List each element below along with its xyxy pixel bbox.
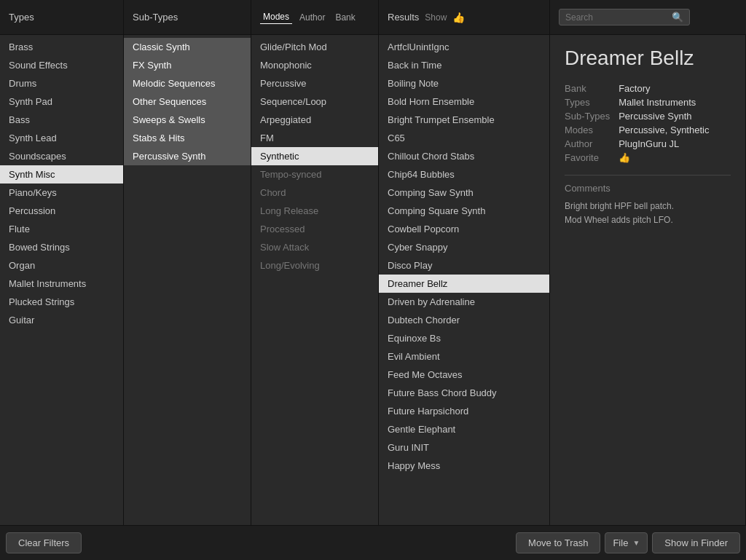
- results-list-item[interactable]: Evil Ambient: [379, 347, 549, 366]
- results-list-item[interactable]: Comping Square Synth: [379, 202, 549, 220]
- show-thumbs-icon[interactable]: 👍: [452, 12, 465, 23]
- chevron-down-icon: ▼: [632, 539, 640, 547]
- show-in-finder-button[interactable]: Show in Finder: [652, 532, 740, 553]
- results-list-item[interactable]: Boiling Note: [379, 74, 549, 92]
- detail-header: 🔍: [550, 0, 746, 34]
- modes-list-item[interactable]: Arpeggiated: [251, 111, 378, 129]
- types-list-item[interactable]: Synth Lead: [0, 129, 123, 147]
- subtypes-list-item[interactable]: Percussive Synth: [124, 147, 251, 165]
- modes-list-item[interactable]: FM: [251, 129, 378, 147]
- results-list-item[interactable]: ArtfclUnintIgnc: [379, 38, 549, 56]
- subtypes-list-item[interactable]: Melodic Sequences: [124, 74, 251, 92]
- prop-key: Sub-Types: [565, 111, 610, 122]
- prop-value: Factory: [619, 83, 731, 94]
- move-to-trash-button[interactable]: Move to Trash: [516, 532, 600, 553]
- types-list-item[interactable]: Sound Effects: [0, 56, 123, 74]
- clear-filters-button[interactable]: Clear Filters: [6, 532, 82, 553]
- modes-list-item[interactable]: Synthetic: [251, 147, 378, 165]
- results-list-item[interactable]: Cowbell Popcorn: [379, 220, 549, 238]
- results-list-item[interactable]: Dreamer Bellz: [379, 275, 549, 293]
- results-list-item[interactable]: Bold Horn Ensemble: [379, 92, 549, 111]
- types-list-item[interactable]: Bass: [0, 111, 123, 129]
- results-list-item[interactable]: Gentle Elephant: [379, 420, 549, 438]
- types-list-item[interactable]: Synth Misc: [0, 165, 123, 184]
- prop-key: Author: [565, 138, 610, 149]
- modes-list-item[interactable]: Long Release: [251, 202, 378, 220]
- modes-list-item[interactable]: Monophonic: [251, 56, 378, 74]
- types-list-item[interactable]: Flute: [0, 220, 123, 238]
- prop-value[interactable]: 👍: [619, 152, 731, 163]
- divider: [565, 175, 731, 176]
- comment-text: Bright bright HPF bell patch.Mod Wheel a…: [565, 200, 731, 227]
- tab-modes[interactable]: Modes: [260, 10, 292, 24]
- modes-list-item[interactable]: Glide/Pitch Mod: [251, 38, 378, 56]
- subtypes-list-item[interactable]: FX Synth: [124, 56, 251, 74]
- modes-list-item[interactable]: Tempo-synced: [251, 165, 378, 184]
- results-column: ArtfclUnintIgncBack in TimeBoiling NoteB…: [379, 35, 550, 525]
- results-list-item[interactable]: Comping Saw Synth: [379, 184, 549, 202]
- results-list-item[interactable]: Dubtech Chorder: [379, 311, 549, 329]
- main-content: BrassSound EffectsDrumsSynth PadBassSynt…: [0, 35, 746, 525]
- types-list-item[interactable]: Piano/Keys: [0, 184, 123, 202]
- footer: Clear Filters Move to Trash File ▼ Show …: [0, 525, 746, 560]
- types-list-item[interactable]: Soundscapes: [0, 147, 123, 165]
- results-list-item[interactable]: Disco Play: [379, 256, 549, 275]
- results-list-item[interactable]: Chillout Chord Stabs: [379, 147, 549, 165]
- results-list-item[interactable]: Future Harpsichord: [379, 402, 549, 420]
- types-list-item[interactable]: Organ: [0, 256, 123, 275]
- results-list-item[interactable]: Future Bass Chord Buddy: [379, 384, 549, 402]
- tab-author[interactable]: Author: [297, 11, 328, 24]
- modes-list-item[interactable]: Chord: [251, 184, 378, 202]
- results-list-item[interactable]: Bright Trumpet Ensemble: [379, 111, 549, 129]
- prop-value: Mallet Instruments: [619, 97, 731, 108]
- subtypes-list-item[interactable]: Classic Synth: [124, 38, 251, 56]
- modes-list-item[interactable]: Sequence/Loop: [251, 92, 378, 111]
- subtypes-list-item[interactable]: Sweeps & Swells: [124, 111, 251, 129]
- subtypes-list: Classic SynthFX SynthMelodic SequencesOt…: [124, 35, 251, 525]
- detail-props: BankFactoryTypesMallet InstrumentsSub-Ty…: [565, 83, 731, 163]
- modes-list-item[interactable]: Long/Evolving: [251, 256, 378, 275]
- prop-value: PlugInGuru JL: [619, 138, 731, 149]
- modes-column: Glide/Pitch ModMonophonicPercussiveSeque…: [251, 35, 379, 525]
- subtypes-list-item[interactable]: Other Sequences: [124, 92, 251, 111]
- results-list: ArtfclUnintIgncBack in TimeBoiling NoteB…: [379, 35, 549, 525]
- types-list-item[interactable]: Percussion: [0, 202, 123, 220]
- results-list-item[interactable]: Driven by Adrenaline: [379, 293, 549, 311]
- types-list-item[interactable]: Plucked Strings: [0, 293, 123, 311]
- types-header: Types: [0, 0, 124, 34]
- results-header: Results Show 👍: [379, 0, 550, 34]
- tab-bank[interactable]: Bank: [332, 11, 358, 24]
- types-list-item[interactable]: Guitar: [0, 311, 123, 329]
- modes-list-item[interactable]: Slow Attack: [251, 238, 378, 256]
- results-list-item[interactable]: Feed Me Octaves: [379, 366, 549, 384]
- modes-list-item[interactable]: Percussive: [251, 74, 378, 92]
- results-list-item[interactable]: Guru INIT: [379, 438, 549, 457]
- results-list-item[interactable]: Chip64 Bubbles: [379, 165, 549, 184]
- subtypes-list-item[interactable]: Stabs & Hits: [124, 129, 251, 147]
- results-list-item[interactable]: C65: [379, 129, 549, 147]
- search-box[interactable]: 🔍: [559, 9, 690, 25]
- prop-key: Bank: [565, 83, 610, 94]
- results-column-title: Results: [388, 12, 419, 23]
- results-list-item[interactable]: Happy Mess: [379, 457, 549, 475]
- results-list-item[interactable]: Cyber Snappy: [379, 238, 549, 256]
- comment-line: Mod Wheel adds pitch LFO.: [565, 213, 731, 227]
- types-list-item[interactable]: Bowed Strings: [0, 238, 123, 256]
- results-list-item[interactable]: Equinoxe Bs: [379, 329, 549, 347]
- types-list-item[interactable]: Drums: [0, 74, 123, 92]
- modes-list-item[interactable]: Processed: [251, 220, 378, 238]
- search-input[interactable]: [565, 12, 667, 23]
- prop-value: Percussive, Synthetic: [619, 125, 731, 135]
- file-dropdown[interactable]: File ▼: [605, 532, 648, 553]
- comment-line: Bright bright HPF bell patch.: [565, 200, 731, 213]
- detail-panel: Dreamer Bellz BankFactoryTypesMallet Ins…: [550, 35, 746, 525]
- types-list-item[interactable]: Synth Pad: [0, 92, 123, 111]
- types-column-title: Types: [9, 12, 34, 23]
- types-list-item[interactable]: Mallet Instruments: [0, 275, 123, 293]
- search-icon: 🔍: [672, 12, 683, 23]
- prop-key: Types: [565, 97, 610, 108]
- modes-list: Glide/Pitch ModMonophonicPercussiveSeque…: [251, 35, 378, 525]
- results-list-item[interactable]: Back in Time: [379, 56, 549, 74]
- types-list-item[interactable]: Brass: [0, 38, 123, 56]
- header: Types Sub-Types Modes Author Bank Result…: [0, 0, 746, 35]
